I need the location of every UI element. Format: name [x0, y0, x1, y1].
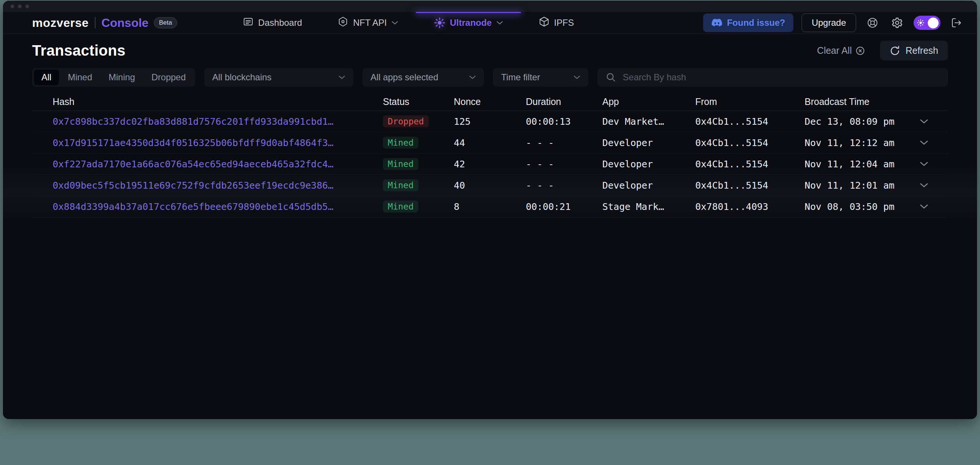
top-navbar: mozverse Console Beta Dashboard NFT API — [3, 12, 977, 34]
table-row[interactable]: 0x7c898bc337dc02fba83d881d7576c201ffd933… — [32, 111, 948, 132]
row-expand-button[interactable] — [918, 119, 948, 124]
table-body: 0x7c898bc337dc02fba83d881d7576c201ffd933… — [32, 111, 948, 217]
tx-duration: 00:00:21 — [526, 201, 602, 212]
cube-icon — [539, 16, 550, 29]
found-issue-button[interactable]: Found issue? — [703, 13, 794, 32]
tab-dropped[interactable]: Dropped — [144, 69, 193, 85]
beta-badge: Beta — [154, 17, 177, 29]
window-maximize-button[interactable] — [25, 5, 29, 8]
discord-icon — [711, 18, 722, 27]
status-badge: Dropped — [383, 115, 429, 127]
header-status: Status — [383, 96, 454, 107]
window-minimize-button[interactable] — [18, 5, 22, 8]
table-row[interactable]: 0xf227ada7170e1a66ac076a54ec65ed94aeceb4… — [32, 153, 948, 175]
chevron-down-icon — [920, 119, 928, 124]
blockchains-dropdown-value: All blockchains — [212, 72, 272, 83]
sun-burst-icon — [434, 17, 445, 29]
tx-app: Developer — [602, 159, 695, 169]
tx-from: 0x4Cb1...5154 — [695, 159, 805, 169]
settings-button[interactable] — [889, 14, 905, 31]
logout-icon — [951, 17, 962, 29]
tx-app: Stage Mark… — [602, 201, 695, 212]
table-row[interactable]: 0x17d915171ae4350d3d4f0516325b06bfdff9d0… — [32, 132, 948, 153]
tx-hash-link[interactable]: 0x7c898bc337dc02fba83d881d7576c201ffd933… — [52, 116, 383, 127]
tx-status: Mined — [383, 201, 454, 213]
gear-icon — [891, 17, 903, 29]
header-duration: Duration — [526, 96, 602, 107]
hexagon-icon — [337, 16, 348, 29]
apps-dropdown-value: All apps selected — [371, 72, 438, 83]
tx-from: 0x4Cb1...5154 — [695, 116, 805, 127]
lifebuoy-icon — [867, 17, 878, 29]
time-filter-dropdown[interactable]: Time filter — [493, 68, 589, 87]
tx-nonce: 40 — [454, 180, 526, 191]
tx-broadcast-time: Dec 13, 08:09 pm — [805, 116, 918, 127]
header-hash: Hash — [52, 96, 383, 107]
chevron-down-icon — [920, 204, 928, 209]
status-badge: Mined — [383, 201, 418, 213]
app-window: mozverse Console Beta Dashboard NFT API — [3, 1, 977, 419]
chevron-down-icon — [920, 183, 928, 187]
status-tabs: All Mined Mining Dropped — [32, 68, 195, 87]
refresh-button[interactable]: Refresh — [880, 41, 948, 61]
clear-all-label: Clear All — [817, 45, 852, 56]
theme-toggle[interactable] — [913, 16, 940, 30]
chevron-down-icon — [496, 21, 503, 25]
table-row[interactable]: 0xd09bec5f5cb19511e69c752f9cfdb2653eef19… — [32, 175, 948, 196]
tx-app: Developer — [602, 137, 695, 148]
chevron-down-icon — [920, 162, 928, 166]
search-icon — [606, 72, 616, 83]
filter-bar: All Mined Mining Dropped All blockchains… — [32, 68, 948, 87]
tx-from: 0x4Cb1...5154 — [695, 137, 805, 148]
refresh-label: Refresh — [905, 45, 938, 56]
status-badge: Mined — [383, 158, 418, 170]
nav-item-nft-api[interactable]: NFT API — [337, 12, 398, 34]
header-nonce: Nonce — [454, 96, 526, 107]
support-button[interactable] — [864, 14, 881, 31]
chevron-down-icon — [391, 21, 398, 25]
tx-duration: 00:00:13 — [526, 116, 602, 127]
circle-x-icon — [855, 46, 865, 56]
tx-status: Dropped — [383, 115, 454, 127]
tab-mined[interactable]: Mined — [60, 69, 100, 85]
upgrade-button[interactable]: Upgrade — [802, 13, 856, 32]
window-close-button[interactable] — [10, 5, 14, 8]
row-expand-button[interactable] — [918, 204, 948, 209]
tx-broadcast-time: Nov 08, 03:50 pm — [805, 201, 918, 212]
tx-hash-link[interactable]: 0x17d915171ae4350d3d4f0516325b06bfdff9d0… — [52, 137, 383, 148]
search-input[interactable] — [622, 72, 940, 83]
tab-all[interactable]: All — [34, 69, 59, 85]
tx-app: Dev Market… — [602, 116, 695, 127]
apps-dropdown[interactable]: All apps selected — [363, 68, 484, 87]
window-chrome — [3, 1, 977, 12]
tx-from: 0x4Cb1...5154 — [695, 180, 805, 191]
table-row[interactable]: 0x884d3399a4b37a017cc676e5fbeee679890ebe… — [32, 196, 948, 217]
main-content: Transactions Clear All Refresh All — [3, 34, 977, 419]
logout-button[interactable] — [949, 15, 964, 30]
row-expand-button[interactable] — [918, 183, 948, 187]
tx-broadcast-time: Nov 11, 12:01 am — [805, 180, 918, 191]
tab-mining[interactable]: Mining — [101, 69, 143, 85]
nav-item-label: Ultranode — [450, 18, 492, 28]
row-expand-button[interactable] — [918, 162, 948, 166]
logo-text: mozverse — [32, 16, 89, 30]
nav-item-ipfs[interactable]: IPFS — [539, 12, 574, 34]
product-name: Console — [102, 16, 148, 30]
tx-hash-link[interactable]: 0x884d3399a4b37a017cc676e5fbeee679890ebe… — [52, 201, 383, 212]
clear-all-button[interactable]: Clear All — [815, 45, 867, 56]
status-badge: Mined — [383, 179, 418, 191]
header-app: App — [602, 96, 695, 107]
brand: mozverse Console Beta — [32, 16, 177, 30]
nav-item-label: Dashboard — [258, 18, 302, 28]
transactions-table: Hash Status Nonce Duration App From Broa… — [32, 93, 948, 217]
blockchains-dropdown[interactable]: All blockchains — [204, 68, 353, 87]
nav-item-dashboard[interactable]: Dashboard — [243, 12, 302, 34]
tx-hash-link[interactable]: 0xd09bec5f5cb19511e69c752f9cfdb2653eef19… — [52, 180, 383, 191]
row-expand-button[interactable] — [918, 141, 948, 145]
nav-item-label: IPFS — [554, 18, 574, 28]
tx-hash-link[interactable]: 0xf227ada7170e1a66ac076a54ec65ed94aeceb4… — [52, 159, 383, 169]
tx-duration: - - - — [526, 137, 602, 148]
tx-nonce: 8 — [454, 201, 526, 212]
status-badge: Mined — [383, 137, 418, 149]
nav-item-ultranode[interactable]: Ultranode — [434, 12, 503, 34]
